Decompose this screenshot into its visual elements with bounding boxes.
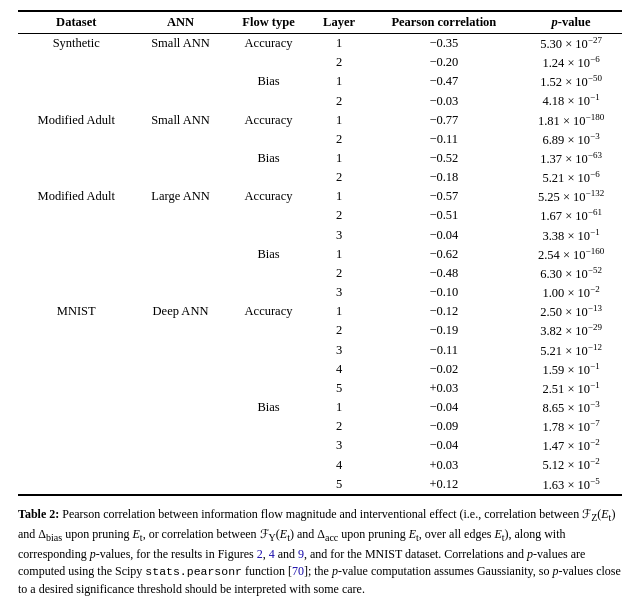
cell-pearson: +0.03 — [368, 379, 520, 398]
table-row: Modified AdultSmall ANNAccuracy1−0.771.8… — [18, 111, 622, 130]
cell-ann: Large ANN — [134, 187, 226, 206]
table-row: SyntheticSmall ANNAccuracy1−0.355.30 × 1… — [18, 34, 622, 54]
table-row: Bias1−0.521.37 × 10−63 — [18, 149, 622, 168]
cell-pearson: −0.62 — [368, 245, 520, 264]
table-row: 5+0.032.51 × 10−1 — [18, 379, 622, 398]
cell-pvalue: 2.51 × 10−1 — [520, 379, 622, 398]
cell-layer: 3 — [310, 341, 367, 360]
table-row: 2−0.034.18 × 10−1 — [18, 91, 622, 110]
cell-flow — [227, 264, 311, 283]
cell-dataset — [18, 72, 134, 91]
table-row: 3−0.115.21 × 10−12 — [18, 341, 622, 360]
table-row: Bias1−0.622.54 × 10−160 — [18, 245, 622, 264]
cell-pvalue: 1.47 × 10−2 — [520, 436, 622, 455]
cell-flow: Accuracy — [227, 111, 311, 130]
cell-flow — [227, 130, 311, 149]
cell-layer: 3 — [310, 436, 367, 455]
cell-ann — [134, 226, 226, 245]
col-pvalue: p-value — [520, 11, 622, 34]
table-row: 4+0.035.12 × 10−2 — [18, 455, 622, 474]
cell-layer: 4 — [310, 455, 367, 474]
table-row: 3−0.041.47 × 10−2 — [18, 436, 622, 455]
cell-pearson: −0.04 — [368, 398, 520, 417]
table-row: Modified AdultLarge ANNAccuracy1−0.575.2… — [18, 187, 622, 206]
cell-layer: 3 — [310, 226, 367, 245]
cell-dataset — [18, 436, 134, 455]
cell-dataset — [18, 398, 134, 417]
cell-pearson: −0.10 — [368, 283, 520, 302]
cell-dataset: MNIST — [18, 302, 134, 321]
cell-dataset: Synthetic — [18, 34, 134, 54]
cell-layer: 2 — [310, 264, 367, 283]
cell-flow — [227, 341, 311, 360]
cell-pvalue: 5.12 × 10−2 — [520, 455, 622, 474]
cell-pearson: −0.03 — [368, 91, 520, 110]
cell-ann: Deep ANN — [134, 302, 226, 321]
cell-flow — [227, 283, 311, 302]
cell-flow: Accuracy — [227, 34, 311, 54]
cell-layer: 1 — [310, 34, 367, 54]
cell-flow — [227, 455, 311, 474]
cell-pvalue: 6.30 × 10−52 — [520, 264, 622, 283]
cell-pearson: −0.09 — [368, 417, 520, 436]
cell-pearson: −0.57 — [368, 187, 520, 206]
cell-ann — [134, 130, 226, 149]
table-caption: Table 2: Pearson correlation between inf… — [18, 506, 622, 598]
cell-flow — [227, 379, 311, 398]
cell-pvalue: 1.00 × 10−2 — [520, 283, 622, 302]
cell-dataset: Modified Adult — [18, 111, 134, 130]
cell-flow — [227, 206, 311, 225]
cell-layer: 5 — [310, 379, 367, 398]
cell-pvalue: 2.50 × 10−13 — [520, 302, 622, 321]
cell-layer: 1 — [310, 245, 367, 264]
cell-pearson: −0.04 — [368, 436, 520, 455]
cell-pearson: −0.18 — [368, 168, 520, 187]
table-row: 4−0.021.59 × 10−1 — [18, 360, 622, 379]
cell-dataset: Modified Adult — [18, 187, 134, 206]
cell-layer: 5 — [310, 475, 367, 495]
cell-ann — [134, 168, 226, 187]
cell-dataset — [18, 149, 134, 168]
cell-pearson: −0.52 — [368, 149, 520, 168]
cell-dataset — [18, 245, 134, 264]
cell-flow — [227, 168, 311, 187]
table-row: 3−0.043.38 × 10−1 — [18, 226, 622, 245]
cell-layer: 1 — [310, 302, 367, 321]
table-container: Dataset ANN Flow type Layer Pearson corr… — [18, 10, 622, 496]
cell-flow: Bias — [227, 398, 311, 417]
cell-ann — [134, 149, 226, 168]
cell-ann — [134, 475, 226, 495]
cell-pearson: +0.03 — [368, 455, 520, 474]
col-layer: Layer — [310, 11, 367, 34]
cell-pvalue: 5.30 × 10−27 — [520, 34, 622, 54]
cell-pearson: −0.12 — [368, 302, 520, 321]
cell-pearson: −0.77 — [368, 111, 520, 130]
col-dataset: Dataset — [18, 11, 134, 34]
cell-pvalue: 5.25 × 10−132 — [520, 187, 622, 206]
cell-pearson: −0.20 — [368, 53, 520, 72]
cell-pearson: −0.11 — [368, 130, 520, 149]
cell-pvalue: 3.38 × 10−1 — [520, 226, 622, 245]
cell-pvalue: 1.37 × 10−63 — [520, 149, 622, 168]
cell-ann — [134, 417, 226, 436]
table-row: 2−0.185.21 × 10−6 — [18, 168, 622, 187]
cell-dataset — [18, 206, 134, 225]
cell-pearson: −0.51 — [368, 206, 520, 225]
cell-flow — [227, 226, 311, 245]
cell-pearson: −0.35 — [368, 34, 520, 54]
cell-flow — [227, 53, 311, 72]
cell-dataset — [18, 283, 134, 302]
table-row: 2−0.116.89 × 10−3 — [18, 130, 622, 149]
cell-ann — [134, 283, 226, 302]
cell-dataset — [18, 360, 134, 379]
table-row: 2−0.091.78 × 10−7 — [18, 417, 622, 436]
cell-ann — [134, 321, 226, 340]
table-row: 2−0.511.67 × 10−61 — [18, 206, 622, 225]
cell-pearson: +0.12 — [368, 475, 520, 495]
cell-ann — [134, 360, 226, 379]
table-row: 2−0.193.82 × 10−29 — [18, 321, 622, 340]
cell-pvalue: 3.82 × 10−29 — [520, 321, 622, 340]
cell-dataset — [18, 130, 134, 149]
cell-flow: Accuracy — [227, 302, 311, 321]
cell-pvalue: 1.67 × 10−61 — [520, 206, 622, 225]
